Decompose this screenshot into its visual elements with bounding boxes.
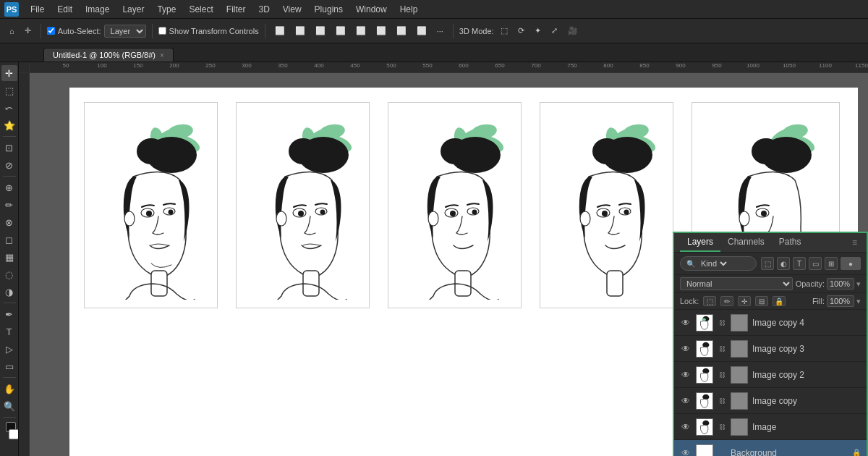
3d-btn5[interactable]: 🎥 xyxy=(564,24,582,38)
workspace[interactable]: Layers Channels Paths ≡ 🔍 Kind xyxy=(30,73,868,456)
search-icon: 🔍 xyxy=(686,260,695,268)
gradient-tool[interactable]: ▦ xyxy=(1,249,17,265)
menu-select[interactable]: Select xyxy=(183,3,218,16)
pen-tool[interactable]: ✒ xyxy=(1,306,17,322)
dodge-tool[interactable]: ◑ xyxy=(1,284,17,300)
align-left-button[interactable]: ⬜ xyxy=(271,24,289,38)
layer-eye-icon[interactable]: 👁 xyxy=(680,447,692,457)
layer-eye-icon[interactable]: 👁 xyxy=(680,421,692,433)
menu-edit[interactable]: Edit xyxy=(51,3,78,16)
layer-row-image-copy-4[interactable]: 👁 ⛓ Image copy 4 xyxy=(674,310,867,336)
layer-eye-icon[interactable]: 👁 xyxy=(680,343,692,355)
layer-name-image: Image xyxy=(752,422,861,432)
menu-type[interactable]: Type xyxy=(151,3,182,16)
distribute-h-button[interactable]: ⬜ xyxy=(393,24,410,38)
channels-tab[interactable]: Channels xyxy=(720,233,772,252)
align-top-button[interactable]: ⬜ xyxy=(332,24,349,38)
lasso-tool[interactable]: ⤺ xyxy=(1,100,17,116)
filter-pixel-icon[interactable]: ⬚ xyxy=(761,257,774,270)
lock-artboard-icon[interactable]: ⊟ xyxy=(755,296,768,306)
hand-tool[interactable]: ✋ xyxy=(1,381,17,397)
align-center-button[interactable]: ⬜ xyxy=(292,24,309,38)
layer-select[interactable]: Layer xyxy=(104,25,146,38)
fill-chevron-icon[interactable]: ▾ xyxy=(856,297,861,306)
align-bottom-button[interactable]: ⬜ xyxy=(373,24,390,38)
clone-stamp-tool[interactable]: ⊗ xyxy=(1,214,17,230)
layer-row-image-copy-2[interactable]: 👁 ⛓ Image copy 2 xyxy=(674,362,867,388)
menu-window[interactable]: Window xyxy=(350,3,393,16)
blend-mode-select[interactable]: Normal xyxy=(680,277,793,290)
kind-select[interactable]: Kind xyxy=(698,258,729,269)
ruler-mark-400: 400 xyxy=(314,62,323,69)
lock-transparent-icon[interactable]: ⬚ xyxy=(703,296,716,306)
layer-row-background[interactable]: 👁 Background 🔒 xyxy=(674,440,867,456)
3d-btn2[interactable]: ⟳ xyxy=(514,24,528,38)
layer-eye-icon[interactable]: 👁 xyxy=(680,369,692,381)
brush-tool[interactable]: ✏ xyxy=(1,197,17,213)
marquee-tool[interactable]: ⬚ xyxy=(1,83,17,98)
lock-position-icon[interactable]: ✛ xyxy=(738,296,751,306)
fill-input[interactable] xyxy=(827,295,854,307)
background-color[interactable] xyxy=(9,429,19,439)
menu-3d[interactable]: 3D xyxy=(252,3,275,16)
crop-tool[interactable]: ⊡ xyxy=(1,140,17,156)
3d-btn3[interactable]: ✦ xyxy=(531,24,545,38)
filter-shape-icon[interactable]: ▭ xyxy=(809,257,822,270)
3d-btn4[interactable]: ⤢ xyxy=(548,24,561,38)
menu-image[interactable]: Image xyxy=(80,3,115,16)
menu-help[interactable]: Help xyxy=(394,3,424,16)
more-button[interactable]: ··· xyxy=(433,25,447,38)
layer-chain-icon: ⛓ xyxy=(718,371,726,379)
3d-btn1[interactable]: ⬚ xyxy=(497,24,511,38)
align-right-button[interactable]: ⬜ xyxy=(312,24,329,38)
spot-heal-tool[interactable]: ⊕ xyxy=(1,180,17,195)
menu-view[interactable]: View xyxy=(277,3,307,16)
tab-close-button[interactable]: × xyxy=(160,51,164,59)
layer-eye-icon[interactable]: 👁 xyxy=(680,317,692,329)
auto-select-checkbox[interactable] xyxy=(47,27,55,35)
layer-row-image-copy-3[interactable]: 👁 ⛓ Image copy 3 xyxy=(674,336,867,362)
menu-filter[interactable]: Filter xyxy=(221,3,252,16)
document-tab[interactable]: Untitled-1 @ 100% (RGB/8#) × xyxy=(43,48,174,62)
transform-controls-checkbox[interactable] xyxy=(158,27,166,35)
menu-layer[interactable]: Layer xyxy=(116,3,150,16)
layers-menu-button[interactable]: ≡ xyxy=(848,233,861,252)
ruler-mark-200: 200 xyxy=(169,62,179,69)
layer-row-image-copy[interactable]: 👁 ⛓ Image copy xyxy=(674,388,867,414)
layer-eye-icon[interactable]: 👁 xyxy=(680,395,692,407)
filter-type-icon[interactable]: T xyxy=(793,257,806,270)
filter-smart-icon[interactable]: ⊞ xyxy=(825,257,838,270)
layers-search-bar: 🔍 Kind ⬚ ◐ T ▭ ⊞ ● xyxy=(674,253,867,275)
home-button[interactable]: ⌂ xyxy=(6,25,18,38)
filter-on-icon[interactable]: ● xyxy=(841,257,861,270)
rectangle-tool[interactable]: ▭ xyxy=(1,358,17,374)
layers-tabs: Layers Channels Paths ≡ xyxy=(674,233,867,253)
eraser-tool[interactable]: ◻ xyxy=(1,232,17,248)
magic-wand-tool[interactable]: ⭐ xyxy=(1,117,17,133)
ruler-top: 50 100 150 200 250 300 350 400 450 500 5… xyxy=(19,62,868,73)
opacity-chevron-icon[interactable]: ▾ xyxy=(856,279,861,289)
paths-tab[interactable]: Paths xyxy=(772,233,809,252)
zoom-tool[interactable]: 🔍 xyxy=(1,398,17,414)
layer-row-image[interactable]: 👁 ⛓ Image xyxy=(674,414,867,440)
path-select-tool[interactable]: ▷ xyxy=(1,341,17,357)
align-middle-button[interactable]: ⬜ xyxy=(352,24,370,38)
menu-file[interactable]: File xyxy=(25,3,50,16)
blur-tool[interactable]: ◌ xyxy=(1,266,17,282)
text-tool[interactable]: T xyxy=(1,324,17,339)
lock-all-icon[interactable]: 🔒 xyxy=(773,296,786,306)
move-tool-button[interactable]: ✛ xyxy=(21,24,35,38)
toolbar-separator-4 xyxy=(453,24,454,38)
layers-tab[interactable]: Layers xyxy=(680,233,720,252)
layer-thumbnail-2 xyxy=(731,366,748,384)
layer-chain-icon: ⛓ xyxy=(718,345,726,353)
lock-image-icon[interactable]: ✏ xyxy=(720,296,733,306)
filter-adjust-icon[interactable]: ◐ xyxy=(777,257,790,270)
ruler-mark-250: 250 xyxy=(205,62,215,69)
opacity-input[interactable] xyxy=(827,278,854,290)
distribute-v-button[interactable]: ⬜ xyxy=(413,24,430,38)
image-card-4 xyxy=(540,102,673,308)
move-tool[interactable]: ✛ xyxy=(1,65,17,81)
eyedropper-tool[interactable]: ⊘ xyxy=(1,157,17,173)
menu-plugins[interactable]: Plugins xyxy=(309,3,349,16)
